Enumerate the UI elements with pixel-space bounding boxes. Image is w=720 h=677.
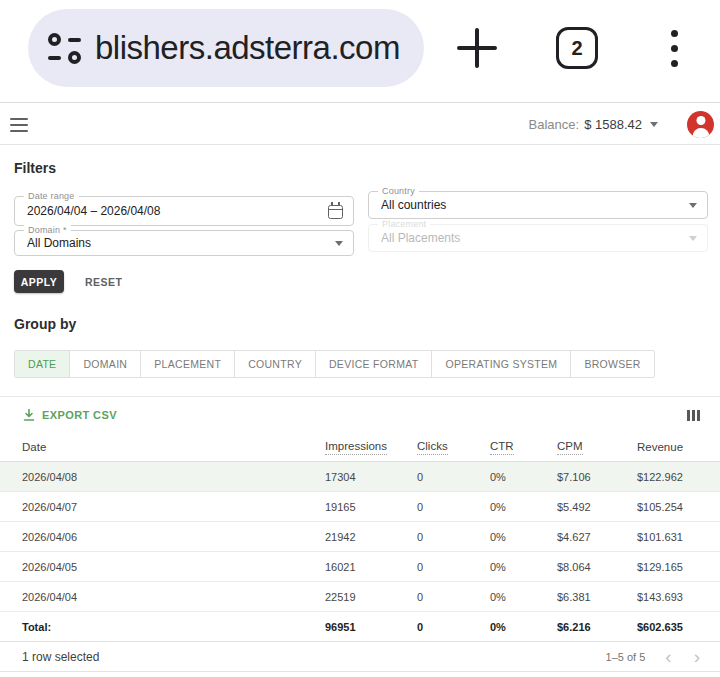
pagination: 1–5 of 5 ‹ › — [606, 647, 706, 666]
calendar-icon[interactable] — [328, 205, 343, 219]
cell-impressions: 21942 — [325, 531, 417, 543]
new-tab-button[interactable] — [457, 28, 497, 68]
stats-table-card: EXPORT CSV Date Impressions Clicks CTR C… — [0, 396, 720, 672]
cell-revenue: $129.165 — [637, 561, 708, 573]
total-ctr: 0% — [490, 621, 557, 633]
domain-label: Domain * — [24, 225, 71, 235]
browser-menu-icon[interactable] — [667, 30, 682, 67]
cell-date: 2026/04/08 — [22, 471, 325, 483]
cell-revenue: $122.962 — [637, 471, 708, 483]
browser-toolbar: blishers.adsterra.com 2 — [0, 0, 720, 103]
cell-date: 2026/04/07 — [22, 501, 325, 513]
tab-domain[interactable]: DOMAIN — [70, 351, 141, 377]
total-impressions: 96951 — [325, 621, 417, 633]
placement-value: All Placements — [381, 231, 686, 245]
chevron-down-icon — [689, 203, 697, 208]
date-range-field[interactable]: Date range 2026/04/04 – 2026/04/08 — [14, 196, 354, 226]
cell-clicks: 0 — [417, 591, 490, 603]
cell-date: 2026/04/05 — [22, 561, 325, 573]
cell-clicks: 0 — [417, 501, 490, 513]
export-csv-label: EXPORT CSV — [42, 409, 117, 421]
cell-impressions: 19165 — [325, 501, 417, 513]
cell-clicks: 0 — [417, 531, 490, 543]
column-header-ctr[interactable]: CTR — [490, 440, 514, 455]
chevron-down-icon — [650, 122, 658, 127]
cell-cpm: $7.106 — [557, 471, 637, 483]
table-row[interactable]: 2026/04/06 21942 0 0% $4.627 $101.631 — [0, 522, 720, 552]
date-range-value: 2026/04/04 – 2026/04/08 — [27, 204, 328, 218]
tab-browser[interactable]: BROWSER — [571, 351, 653, 377]
table-header-row: Date Impressions Clicks CTR CPM Revenue — [0, 433, 720, 462]
screen: blishers.adsterra.com 2 Balance: $ 1588.… — [0, 0, 720, 677]
cell-revenue: $143.693 — [637, 591, 708, 603]
column-header-date[interactable]: Date — [22, 441, 46, 453]
cell-impressions: 16021 — [325, 561, 417, 573]
balance-dropdown[interactable]: Balance: $ 1588.42 — [529, 104, 658, 145]
table-row[interactable]: 2026/04/04 22519 0 0% $6.381 $143.693 — [0, 582, 720, 612]
cell-cpm: $5.492 — [557, 501, 637, 513]
column-header-impressions[interactable]: Impressions — [325, 440, 387, 455]
cell-clicks: 0 — [417, 561, 490, 573]
cell-cpm: $6.381 — [557, 591, 637, 603]
cell-revenue: $105.254 — [637, 501, 708, 513]
hamburger-menu-icon[interactable] — [10, 118, 28, 132]
chevron-down-icon — [689, 236, 697, 241]
cell-ctr: 0% — [490, 591, 557, 603]
filters-title: Filters — [14, 160, 56, 176]
tab-country[interactable]: COUNTRY — [235, 351, 316, 377]
cell-cpm: $4.627 — [557, 531, 637, 543]
cell-ctr: 0% — [490, 471, 557, 483]
reset-button[interactable]: RESET — [79, 270, 129, 293]
tab-placement[interactable]: PLACEMENT — [141, 351, 235, 377]
domain-value: All Domains — [27, 236, 332, 250]
chevron-right-icon[interactable]: › — [688, 647, 706, 666]
site-settings-icon[interactable] — [48, 33, 83, 64]
table-row[interactable]: 2026/04/07 19165 0 0% $5.492 $105.254 — [0, 492, 720, 522]
domain-select[interactable]: Domain * All Domains — [14, 230, 354, 256]
table-row[interactable]: 2026/04/05 16021 0 0% $8.064 $129.165 — [0, 552, 720, 582]
total-revenue: $602.635 — [637, 621, 708, 633]
table-total-row: Total: 96951 0 0% $6.216 $602.635 — [0, 612, 720, 642]
column-settings-icon[interactable] — [685, 408, 703, 423]
date-range-label: Date range — [24, 191, 79, 201]
cell-revenue: $101.631 — [637, 531, 708, 543]
total-clicks: 0 — [417, 621, 490, 633]
tab-date[interactable]: DATE — [15, 351, 70, 377]
country-select[interactable]: Country All countries — [368, 191, 708, 219]
cell-impressions: 17304 — [325, 471, 417, 483]
column-header-revenue[interactable]: Revenue — [637, 441, 683, 453]
column-header-cpm[interactable]: CPM — [557, 440, 583, 455]
cell-date: 2026/04/06 — [22, 531, 325, 543]
group-by-title: Group by — [14, 316, 76, 332]
balance-label: Balance: — [529, 117, 580, 132]
group-by-tabs: DATE DOMAIN PLACEMENT COUNTRY DEVICE FOR… — [14, 350, 655, 378]
table-row[interactable]: 2026/04/08 17304 0 0% $7.106 $122.962 — [0, 462, 720, 492]
total-label: Total: — [22, 621, 325, 633]
table-toolbar: EXPORT CSV — [0, 397, 720, 433]
chevron-left-icon[interactable]: ‹ — [659, 647, 677, 666]
apply-button[interactable]: APPLY — [14, 270, 64, 293]
rows-selected-text: 1 row selected — [22, 650, 99, 664]
tab-switcher-button[interactable]: 2 — [556, 27, 598, 69]
cell-date: 2026/04/04 — [22, 591, 325, 603]
chevron-down-icon — [335, 241, 343, 246]
cell-ctr: 0% — [490, 531, 557, 543]
placement-label: Placement — [378, 219, 430, 229]
country-label: Country — [378, 186, 419, 196]
page-range-text: 1–5 of 5 — [606, 651, 646, 663]
app-header: Balance: $ 1588.42 — [0, 104, 720, 145]
address-bar[interactable]: blishers.adsterra.com — [28, 9, 424, 87]
tab-operating-system[interactable]: OPERATING SYSTEM — [432, 351, 571, 377]
avatar[interactable] — [687, 111, 714, 138]
cell-clicks: 0 — [417, 471, 490, 483]
country-value: All countries — [381, 198, 686, 212]
cell-ctr: 0% — [490, 561, 557, 573]
download-icon — [22, 408, 36, 422]
cell-ctr: 0% — [490, 501, 557, 513]
table-footer: 1 row selected 1–5 of 5 ‹ › — [0, 642, 720, 672]
export-csv-button[interactable]: EXPORT CSV — [22, 408, 117, 422]
placement-select-disabled: Placement All Placements — [368, 224, 708, 252]
tab-device-format[interactable]: DEVICE FORMAT — [316, 351, 432, 377]
column-header-clicks[interactable]: Clicks — [417, 440, 448, 455]
balance-value: $ 1588.42 — [584, 117, 642, 132]
